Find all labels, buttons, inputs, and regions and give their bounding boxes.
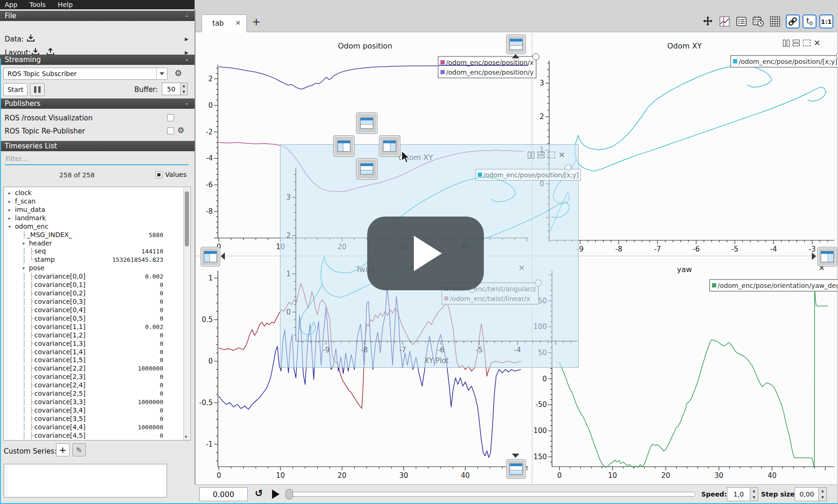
playback-slider[interactable]	[286, 492, 696, 497]
tree-item[interactable]: │ ├ covariance[3,5]0	[4, 415, 190, 423]
tree-item[interactable]: │ ├ covariance[2,4]0	[4, 381, 190, 390]
tree-item[interactable]: │ ├ covariance[2,5]0	[4, 390, 190, 398]
publishers-section-header[interactable]: Publishers -	[0, 98, 195, 109]
tracker-tool-icon[interactable]	[718, 14, 732, 28]
tree-expand-icon[interactable]: ▸	[8, 189, 15, 197]
tab[interactable]: tab ✕	[202, 14, 247, 32]
speed-spin-arrows[interactable]: ▲▼	[750, 487, 758, 501]
tab-close-icon[interactable]: ✕	[235, 19, 241, 27]
tree-item[interactable]: ▸f_scan	[4, 197, 190, 206]
tree-item[interactable]: │ └ stamp1532618545.823	[4, 256, 190, 264]
collapse-icon[interactable]: -	[186, 55, 188, 65]
tree-item[interactable]: │ ├ covariance[1,4]0	[4, 348, 190, 357]
tree-item[interactable]: │ ├ covariance[1,1]0.002	[4, 323, 190, 331]
legend-entry[interactable]: /odom_enc/pose/orientation/yaw_deg	[712, 280, 838, 290]
collapse-icon[interactable]: -	[186, 11, 188, 21]
move-tool-icon[interactable]	[701, 14, 715, 28]
legend-tool-icon[interactable]	[734, 14, 748, 28]
tree-item[interactable]: │ ├ covariance[0,5]0	[4, 315, 190, 323]
add-tab-button[interactable]: +	[252, 16, 260, 28]
tree-item[interactable]: │ ├ covariance[0,0]0.002	[4, 273, 190, 281]
playback-play-button[interactable]	[272, 490, 279, 499]
datetime-tool-icon[interactable]	[751, 14, 765, 28]
fullscreen-icon[interactable]	[803, 40, 810, 46]
tree-collapse-icon[interactable]: ▾	[8, 223, 15, 231]
tree-item[interactable]: │ ├ covariance[1,3]0	[4, 340, 190, 348]
grid-tool-icon[interactable]	[768, 14, 782, 28]
ratio-1-1-icon[interactable]: 1:1	[819, 14, 833, 28]
legend-odom-position[interactable]: /odom_enc/pose/position/x/odom_enc/pose/…	[438, 56, 537, 78]
tree-item[interactable]: │ ├ covariance[3,3]1000000	[4, 398, 190, 406]
streaming-gear-icon[interactable]: ⚙	[175, 68, 182, 78]
pause-button[interactable]	[30, 83, 45, 96]
publisher-republisher-checkbox[interactable]	[167, 127, 174, 134]
scroll-down-icon[interactable]: ▾	[185, 434, 187, 439]
tree-item[interactable]: │ ├ covariance[4,4]1000000	[4, 423, 190, 432]
tree-item[interactable]: │ ├ covariance[1,5]0	[4, 356, 190, 364]
split-horizontal-icon[interactable]	[793, 40, 800, 46]
tree-item[interactable]: │ ├ covariance[0,2]0	[4, 289, 190, 298]
tree-item[interactable]: │ ├ covariance[2,2]1000000	[4, 364, 190, 373]
streaming-section-header[interactable]: Streaming -	[0, 55, 195, 65]
collapse-icon[interactable]: -	[186, 98, 188, 109]
tree-item[interactable]: ▸landmark	[4, 214, 190, 223]
video-play-button[interactable]	[367, 217, 484, 290]
tree-collapse-icon[interactable]: ▾	[22, 239, 29, 248]
add-custom-series-button[interactable]: +	[56, 443, 70, 456]
tree-collapse-icon[interactable]: ▾	[22, 264, 29, 273]
speed-spinbox[interactable]: 1,0	[727, 487, 750, 501]
legend-handle[interactable]	[532, 53, 539, 60]
tree-item[interactable]: │ ├ seq144110	[4, 247, 190, 256]
step-size-spinbox[interactable]: 0,00	[795, 487, 819, 501]
tree-expand-icon[interactable]: ▸	[8, 197, 15, 206]
dock-edge-right-indicator[interactable]	[817, 247, 837, 266]
menu-tools[interactable]: Tools	[29, 1, 46, 8]
dock-edge-top-indicator[interactable]	[506, 35, 526, 54]
tree-scrollbar-thumb[interactable]	[185, 191, 189, 246]
sidebar-divider[interactable]	[195, 9, 196, 484]
tree-item[interactable]: │ ├ covariance[4,5]0	[4, 432, 190, 440]
menu-app[interactable]: App	[5, 1, 17, 8]
menu-help[interactable]: Help	[58, 1, 73, 8]
values-checkbox[interactable]	[155, 171, 162, 178]
tree-item[interactable]: ├ _MSG_INDEX_5880	[4, 231, 190, 239]
republisher-gear-icon[interactable]: ⚙	[177, 126, 184, 135]
tree-item[interactable]: ▾pose	[4, 264, 190, 273]
loop-icon[interactable]: ↺	[255, 488, 263, 499]
tree-item[interactable]: │ ├ covariance[3,4]0	[4, 406, 190, 415]
tree-item[interactable]: ▾header	[4, 239, 190, 248]
tree-item[interactable]: │ ├ covariance[0,3]0	[4, 298, 190, 306]
dock-edge-bottom-indicator[interactable]	[506, 459, 526, 479]
tree-item[interactable]: │ ├ covariance[1,2]0	[4, 331, 190, 340]
tree-item[interactable]: │ ├ covariance[2,3]0	[4, 373, 190, 381]
split-vertical-icon[interactable]	[783, 40, 789, 47]
buffer-spinbox[interactable]: 50	[162, 83, 181, 95]
publisher-rosout-checkbox[interactable]	[167, 114, 174, 121]
tree-expand-icon[interactable]: ▸	[8, 214, 15, 223]
legend-yaw[interactable]: /odom_enc/pose/orientation/yaw_deg	[709, 279, 838, 292]
file-section-header[interactable]: File -	[0, 11, 195, 21]
dock-right-indicator[interactable]	[379, 135, 400, 157]
streaming-source-select[interactable]: ROS Topic Subscriber	[3, 68, 168, 80]
tree-scrollbar[interactable]: ▾	[183, 188, 190, 441]
tree-item[interactable]: │ ├ covariance[0,4]0	[4, 306, 190, 315]
data-submenu-icon[interactable]: ▶	[185, 36, 189, 42]
custom-series-list[interactable]	[4, 464, 167, 497]
tree-item[interactable]: │ ├ covariance[0,1]0	[4, 281, 190, 289]
step-spin-arrows[interactable]: ▲▼	[818, 487, 827, 501]
load-data-icon[interactable]	[26, 34, 35, 45]
tree-item[interactable]: ▸imu_data	[4, 206, 190, 214]
tree-item[interactable]: ▸clock	[4, 189, 190, 197]
timeseries-section-header[interactable]: Timeseries List	[0, 141, 195, 151]
tree-expand-icon[interactable]: ▸	[8, 206, 15, 214]
playback-slider-handle[interactable]	[286, 489, 293, 499]
buffer-spin-arrows[interactable]: ▲▼	[180, 83, 188, 95]
dock-left-indicator[interactable]	[333, 135, 355, 157]
tree-item[interactable]: ▾odom_enc	[4, 223, 190, 231]
legend-odom-xy[interactable]: /odom_enc/pose/position/[x;y]	[730, 55, 838, 68]
close-plot-icon[interactable]: ✕	[814, 39, 820, 47]
edit-custom-series-button[interactable]: ✎	[72, 443, 86, 456]
legend-entry[interactable]: /odom_enc/pose/position/[x;y]	[733, 56, 838, 66]
dock-edge-left-indicator[interactable]	[201, 247, 220, 266]
start-button[interactable]: Start	[3, 83, 28, 96]
